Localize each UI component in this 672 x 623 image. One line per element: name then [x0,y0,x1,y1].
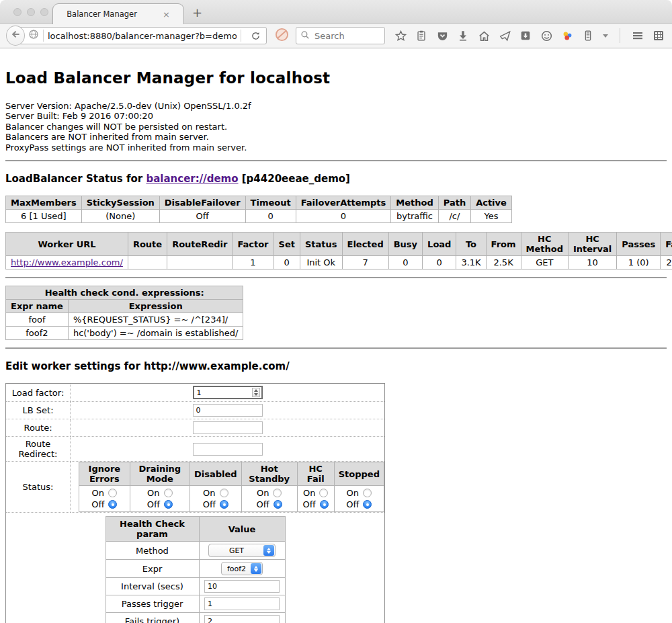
cell-hc-interval: 10 [568,256,616,269]
on-label: On [92,487,104,499]
col-status: Status [300,233,342,256]
expr-table-title: Health check cond. expressions: [6,286,243,300]
stopped-on-radio[interactable] [363,489,372,497]
pocket-icon[interactable] [435,28,450,43]
url-input[interactable] [48,31,237,41]
chat-smiley-icon[interactable] [539,28,554,43]
urlbar-divider [43,30,44,42]
search-bar[interactable] [296,27,385,44]
health-check-expressions-table: Health check cond. expressions: Expr nam… [5,286,243,340]
bookmark-star-icon[interactable] [393,28,408,43]
save-to-box-icon[interactable] [518,28,533,43]
hc-row-fails: Fails trigger) [106,613,285,623]
close-icon[interactable]: × [163,10,170,19]
col-disablefailover: DisableFailover [159,196,245,210]
back-button[interactable] [6,26,25,46]
disabled-off-radio[interactable] [220,500,228,509]
cell-method: bytraffic [391,210,438,223]
disabled-radios: On Off [190,486,241,512]
ignore-errors-on-radio[interactable] [108,489,117,497]
stepper-icon[interactable] [252,388,260,397]
lb-set-input[interactable] [193,404,263,417]
hot-standby-on-radio[interactable] [273,489,282,497]
worker-url-link[interactable]: http://www.example.com/ [11,257,123,267]
col-worker-url: Worker URL [6,233,128,256]
new-tab-button[interactable]: + [192,5,202,19]
hc-fail-on-radio[interactable] [319,489,328,497]
form-row-route-redirect: Route Redirect: [6,437,385,462]
window-zoom-button[interactable] [40,8,48,16]
cell-hc-method: GET [521,256,568,269]
cell-to: 3.1K [456,256,486,269]
search-input[interactable] [313,30,380,42]
container-icon[interactable] [581,28,595,43]
extension-dots-icon[interactable] [560,28,575,43]
hc-header-row: Health Check param Value [106,517,285,542]
load-factor-label: Load factor: [6,384,71,402]
form-row-health-check: Health Check param Value Method GET [6,513,385,623]
col-hc-fail: HC Fail [297,462,334,486]
balancer-status-heading: LoadBalancer Status for balancer://demo … [5,173,667,185]
window-controls[interactable] [13,8,48,16]
url-bar[interactable] [17,27,267,44]
hc-fail-off-radio[interactable] [320,500,329,509]
on-label: On [147,487,159,499]
download-icon[interactable] [456,28,470,43]
load-factor-input[interactable]: 1 [193,386,263,399]
on-label: On [257,487,269,499]
col-route: Route [128,233,167,256]
reading-list-icon[interactable] [414,28,429,43]
expr-row: foof %{REQUEST_STATUS} =~ /^[234]/ [6,313,243,327]
hc-method-select[interactable]: GET [208,544,276,557]
ignore-errors-off-radio[interactable] [108,500,117,509]
hot-standby-off-radio[interactable] [274,500,282,509]
menu-icon[interactable] [630,28,645,43]
off-label: Off [346,499,359,510]
cell-factor: 1 [233,256,274,269]
block-icon[interactable] [275,28,289,44]
browser-window: Balancer Manager × + [0,0,672,623]
tiles-grid-icon[interactable] [651,28,666,43]
chevron-down-icon[interactable] [601,28,610,43]
reload-button[interactable] [245,31,266,41]
cell-routeredir [167,256,233,269]
draining-mode-on-radio[interactable] [164,489,173,497]
draining-mode-radios: On Off [130,486,190,512]
search-icon [300,30,310,42]
col-hc-method: HC Method [521,233,568,256]
col-to: To [456,233,486,256]
cell-elected: 7 [342,256,388,269]
hc-expr-value: foof2 [222,565,251,573]
hc-fails-input[interactable] [204,615,280,623]
draining-mode-off-radio[interactable] [164,500,173,509]
hc-fails-cell [199,613,285,623]
hc-interval-input[interactable] [204,580,280,593]
disabled-on-radio[interactable] [220,489,228,497]
hc-expr-select[interactable]: foof2 [221,562,263,575]
cell-path: /c/ [438,210,470,223]
balancer-link[interactable]: balancer://demo [146,173,238,185]
col-ignore-errors: Ignore Errors [79,462,130,486]
tab-title: Balancer Manager [67,9,137,19]
table-title-row: Health check cond. expressions: [6,286,243,300]
route-input[interactable] [193,421,263,434]
stopped-off-radio[interactable] [363,500,372,509]
load-factor-cell: 1 [71,384,385,402]
edit-worker-heading: Edit worker settings for http://www.exam… [5,360,667,372]
browser-tab[interactable]: Balancer Manager × [52,3,184,24]
off-label: Off [203,499,216,510]
route-redirect-input[interactable] [193,443,263,456]
home-icon[interactable] [476,28,491,43]
off-label: Off [147,499,160,510]
send-icon[interactable] [497,28,512,43]
window-close-button[interactable] [13,8,22,16]
lb-set-cell [71,402,385,419]
table-header-row: Worker URL Route RouteRedir Factor Set S… [6,233,672,256]
window-minimize-button[interactable] [27,8,35,16]
col-routeredir: RouteRedir [167,233,233,256]
stopped-radios: On Off [334,486,384,512]
urlbar-divider [241,30,241,42]
hc-passes-input[interactable] [204,597,280,610]
cell-route [128,256,167,269]
hc-row-interval: Interval (secs) [106,578,285,595]
